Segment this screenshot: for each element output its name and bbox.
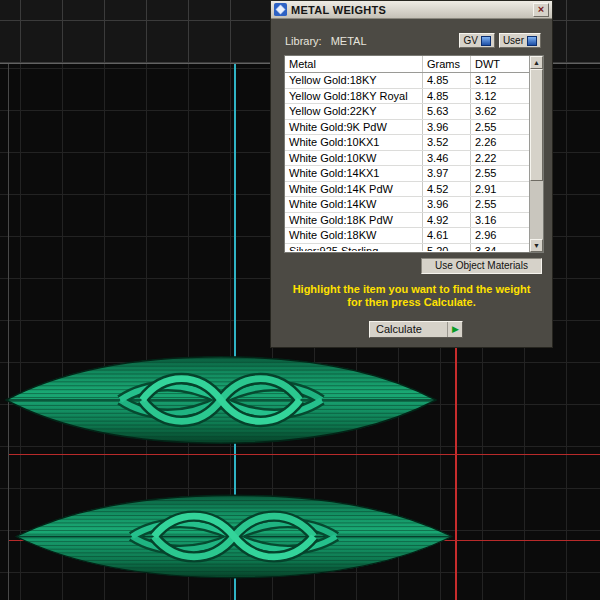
table-row[interactable]: White Gold:18K PdW 4.92 3.16 <box>285 213 529 229</box>
metal-table-body: Yellow Gold:18KY 4.85 3.12 Yellow Gold:1… <box>285 73 529 251</box>
application-window: METAL WEIGHTS × Library: METAL GV User M… <box>0 0 600 600</box>
header-dwt: DWT <box>471 56 529 72</box>
metal-table-header: Metal Grams DWT <box>285 56 529 73</box>
calculate-arrow-icon: ▶ <box>447 322 459 337</box>
scroll-thumb[interactable] <box>530 69 543 181</box>
cell-metal: Silver:925 Sterling <box>285 244 423 252</box>
user-icon <box>527 36 537 46</box>
cell-grams: 4.85 <box>423 73 471 88</box>
cell-metal: White Gold:10KW <box>285 151 423 166</box>
instruction-line-1: Highlight the item you want to find the … <box>275 283 548 296</box>
table-row[interactable]: White Gold:9K PdW 3.96 2.55 <box>285 120 529 136</box>
header-metal: Metal <box>285 56 423 72</box>
cell-grams: 3.96 <box>423 120 471 135</box>
metal-table: Metal Grams DWT Yellow Gold:18KY 4.85 3.… <box>284 55 544 253</box>
library-label: Library: <box>285 35 322 47</box>
instruction-line-2: for then press Calculate. <box>275 296 548 309</box>
close-button[interactable]: × <box>533 3 549 17</box>
cell-dwt: 2.96 <box>471 228 529 243</box>
library-value: METAL <box>331 35 367 47</box>
cell-metal: White Gold:9K PdW <box>285 120 423 135</box>
use-object-materials-button[interactable]: Use Object Materials <box>421 258 542 274</box>
library-row: Library: METAL GV User <box>285 32 541 49</box>
instruction-text: Highlight the item you want to find the … <box>275 283 548 309</box>
cell-dwt: 2.26 <box>471 135 529 150</box>
cell-metal: Yellow Gold:22KY <box>285 104 423 119</box>
calculate-label: Calculate <box>376 322 447 337</box>
table-row[interactable]: Silver:925 Sterling 5.20 3.34 <box>285 244 529 252</box>
scroll-down-button[interactable]: ▼ <box>530 239 543 252</box>
gv-button-label: GV <box>463 34 477 47</box>
cell-metal: White Gold:14KW <box>285 197 423 212</box>
table-row[interactable]: Yellow Gold:18KY Royal 4.85 3.12 <box>285 89 529 105</box>
cell-grams: 3.97 <box>423 166 471 181</box>
cell-grams: 5.20 <box>423 244 471 252</box>
cell-dwt: 3.12 <box>471 89 529 104</box>
cell-dwt: 3.34 <box>471 244 529 252</box>
table-row[interactable]: White Gold:10KW 3.46 2.22 <box>285 151 529 167</box>
cell-dwt: 2.91 <box>471 182 529 197</box>
cell-dwt: 2.55 <box>471 166 529 181</box>
cell-dwt: 2.55 <box>471 197 529 212</box>
cell-metal: Yellow Gold:18KY Royal <box>285 89 423 104</box>
calculate-button[interactable]: Calculate ▶ <box>369 321 463 338</box>
cell-dwt: 3.62 <box>471 104 529 119</box>
cell-grams: 4.85 <box>423 89 471 104</box>
cell-grams: 4.92 <box>423 213 471 228</box>
table-row[interactable]: Yellow Gold:22KY 5.63 3.62 <box>285 104 529 120</box>
dialog-title: METAL WEIGHTS <box>291 2 529 18</box>
gv-icon <box>481 36 491 46</box>
scroll-up-button[interactable]: ▲ <box>530 56 543 69</box>
table-row[interactable]: White Gold:14KW 3.96 2.55 <box>285 197 529 213</box>
scale-icon <box>274 3 287 16</box>
cell-metal: White Gold:14KX1 <box>285 166 423 181</box>
cell-metal: White Gold:18K PdW <box>285 213 423 228</box>
user-button-label: User <box>503 34 524 47</box>
cell-grams: 3.46 <box>423 151 471 166</box>
cell-metal: Yellow Gold:18KY <box>285 73 423 88</box>
cell-metal: White Gold:14K PdW <box>285 182 423 197</box>
dialog-titlebar[interactable]: METAL WEIGHTS × <box>271 1 552 19</box>
user-button[interactable]: User <box>499 33 541 48</box>
table-row[interactable]: White Gold:10KX1 3.52 2.26 <box>285 135 529 151</box>
viewport-edge-line <box>8 64 9 600</box>
cell-grams: 3.96 <box>423 197 471 212</box>
cell-dwt: 3.12 <box>471 73 529 88</box>
header-grams: Grams <box>423 56 471 72</box>
cplane-axis-red-horizontal-1 <box>9 454 600 455</box>
table-row[interactable]: White Gold:14K PdW 4.52 2.91 <box>285 182 529 198</box>
metal-weights-dialog: METAL WEIGHTS × Library: METAL GV User M… <box>270 0 553 348</box>
ring-model-1[interactable] <box>4 346 438 454</box>
cell-grams: 4.61 <box>423 228 471 243</box>
ring-model-2[interactable] <box>14 485 454 588</box>
cell-dwt: 2.22 <box>471 151 529 166</box>
gv-button[interactable]: GV <box>459 33 494 48</box>
cell-metal: White Gold:18KW <box>285 228 423 243</box>
table-scrollbar[interactable]: ▲ ▼ <box>529 56 543 252</box>
cell-dwt: 3.16 <box>471 213 529 228</box>
cell-grams: 4.52 <box>423 182 471 197</box>
cell-dwt: 2.55 <box>471 120 529 135</box>
table-row[interactable]: White Gold:18KW 4.61 2.96 <box>285 228 529 244</box>
table-row[interactable]: Yellow Gold:18KY 4.85 3.12 <box>285 73 529 89</box>
cell-grams: 5.63 <box>423 104 471 119</box>
cell-grams: 3.52 <box>423 135 471 150</box>
table-row[interactable]: White Gold:14KX1 3.97 2.55 <box>285 166 529 182</box>
cell-metal: White Gold:10KX1 <box>285 135 423 150</box>
